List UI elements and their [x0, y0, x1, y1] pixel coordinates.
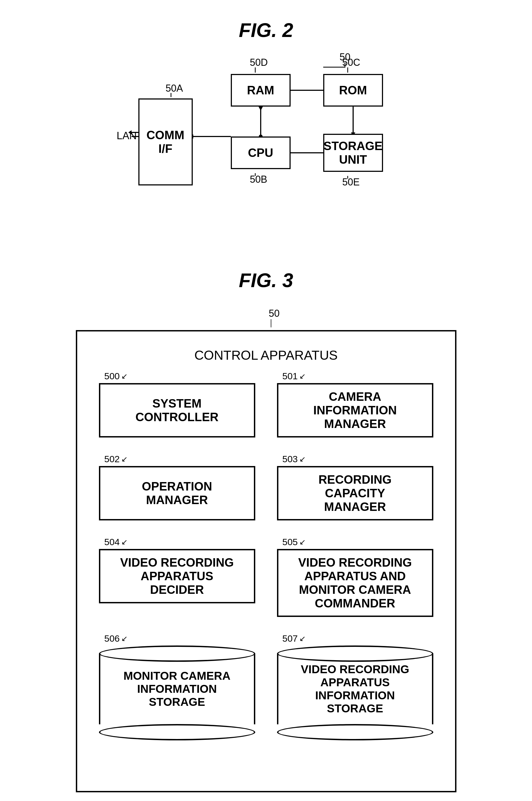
operation-manager-box: OPERATIONMANAGER [99, 466, 255, 520]
ram-label: RAM [247, 83, 274, 97]
svg-text:50B: 50B [250, 174, 267, 185]
camera-info-manager-box: CAMERAINFORMATIONMANAGER [277, 383, 433, 437]
cyl-top-506 [99, 646, 255, 662]
cell-502: 502 ↙ OPERATIONMANAGER [99, 454, 255, 520]
num-501: 501 ↙ [282, 371, 306, 381]
num-502: 502 ↙ [104, 454, 128, 464]
comm-if-box: COMMI/F [138, 98, 193, 186]
video-recording-commander-box: VIDEO RECORDINGAPPARATUS ANDMONITOR CAME… [277, 549, 433, 617]
system-controller-box: SYSTEMCONTROLLER [99, 383, 255, 437]
num-506: 506 ↙ [104, 633, 128, 644]
cell-506: 506 ↙ MONITOR CAMERAINFORMATIONSTORAGE [99, 633, 255, 740]
cyl-top-507 [277, 646, 433, 662]
svg-text:50A: 50A [166, 83, 183, 94]
monitor-camera-storage-cylinder: MONITOR CAMERAINFORMATIONSTORAGE [99, 646, 255, 740]
fig2-diagram: 50 50A 50D 50C 50B 50E [117, 52, 416, 237]
ram-box: RAM [231, 74, 291, 107]
cell-505: 505 ↙ VIDEO RECORDINGAPPARATUS ANDMONITO… [277, 537, 433, 617]
cyl-bottom-506 [99, 724, 255, 740]
video-recording-storage-label: VIDEO RECORDINGAPPARATUSINFORMATIONSTORA… [277, 654, 433, 724]
cell-500: 500 ↙ SYSTEMCONTROLLER [99, 371, 255, 437]
cell-503: 503 ↙ RECORDINGCAPACITYMANAGER [277, 454, 433, 520]
fig2-section: FIG. 2 50 50A 50D 50C 50B 50E [0, 11, 532, 245]
fig3-title: FIG. 3 [0, 261, 532, 291]
fig3-container: 50 CONTROL APPARATUS 500 ↙ SYSTEMCONTROL… [76, 308, 456, 792]
video-recording-storage-cylinder: VIDEO RECORDINGAPPARATUSINFORMATIONSTORA… [277, 646, 433, 740]
num-507: 507 ↙ [282, 633, 306, 644]
cell-507: 507 ↙ VIDEO RECORDINGAPPARATUSINFORMATIO… [277, 633, 433, 740]
rom-box: ROM [323, 74, 383, 107]
svg-text:50: 50 [340, 52, 350, 62]
fig3-section: FIG. 3 50 CONTROL APPARATUS 500 ↙ SYSTEM… [0, 261, 532, 792]
svg-marker-15 [259, 107, 263, 111]
control-apparatus-label: CONTROL APPARATUS [94, 348, 439, 363]
monitor-camera-storage-label: MONITOR CAMERAINFORMATIONSTORAGE [99, 654, 255, 724]
svg-text:50D: 50D [250, 57, 268, 68]
svg-marker-9 [128, 130, 132, 135]
cpu-label: CPU [248, 146, 273, 159]
num-504: 504 ↙ [104, 537, 128, 547]
cell-504: 504 ↙ VIDEO RECORDINGAPPARATUSDECIDER [99, 537, 255, 617]
fig2-title: FIG. 2 [0, 11, 532, 41]
recording-capacity-manager-box: RECORDINGCAPACITYMANAGER [277, 466, 433, 520]
svg-text:50C: 50C [342, 57, 360, 68]
rom-label: ROM [339, 83, 367, 97]
cell-501: 501 ↙ CAMERAINFORMATIONMANAGER [277, 371, 433, 437]
fig3-grid: 500 ↙ SYSTEMCONTROLLER 501 ↙ CAMERAINFOR… [94, 371, 439, 740]
num-505: 505 ↙ [282, 537, 306, 547]
cyl-bottom-507 [277, 724, 433, 740]
fig3-50-number: 50 [269, 308, 280, 319]
video-recording-decider-box: VIDEO RECORDINGAPPARATUSDECIDER [99, 549, 255, 603]
storage-unit-box: STORAGEUNIT [323, 134, 383, 172]
num-503: 503 ↙ [282, 454, 306, 464]
cpu-box: CPU [231, 136, 291, 169]
svg-text:50E: 50E [342, 176, 360, 188]
control-apparatus-box: CONTROL APPARATUS 500 ↙ SYSTEMCONTROLLER… [76, 330, 456, 792]
num-500: 500 ↙ [104, 371, 128, 381]
